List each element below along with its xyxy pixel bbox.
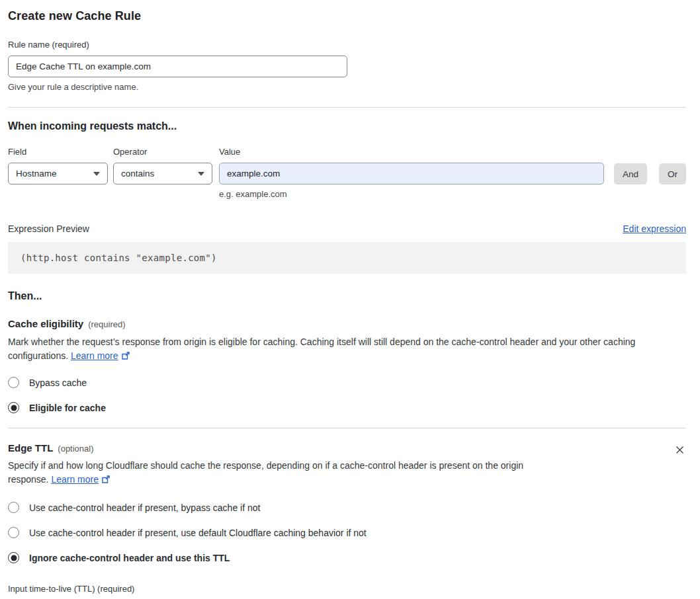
create-cache-rule-form: Create new Cache Rule Rule name (require… bbox=[0, 0, 700, 599]
match-labels-row: Field Operator Value bbox=[8, 147, 686, 157]
cache-eligibility-title: Cache eligibility bbox=[8, 318, 83, 329]
field-select-value: Hostname bbox=[16, 169, 57, 179]
then-heading: Then... bbox=[8, 290, 686, 302]
radio-option-use-header-bypass[interactable]: Use cache-control header if present, byp… bbox=[8, 502, 686, 513]
field-label: Field bbox=[8, 147, 108, 157]
and-button[interactable]: And bbox=[614, 163, 647, 184]
caret-down-icon bbox=[93, 172, 100, 176]
value-help: e.g. example.com bbox=[219, 189, 604, 199]
external-link-icon bbox=[121, 352, 130, 362]
rule-name-input[interactable] bbox=[8, 56, 347, 77]
edge-ttl-title: Edge TTL bbox=[8, 442, 53, 454]
divider bbox=[8, 428, 686, 428]
field-select[interactable]: Hostname bbox=[8, 163, 108, 184]
rule-name-help: Give your rule a descriptive name. bbox=[8, 82, 686, 92]
divider bbox=[8, 107, 686, 108]
edge-ttl-learn-more-link[interactable]: Learn more bbox=[51, 474, 99, 485]
radio-option-eligible-for-cache[interactable]: Eligible for cache bbox=[8, 402, 686, 413]
operator-select[interactable]: contains bbox=[113, 163, 212, 184]
radio-unselected-icon[interactable] bbox=[8, 527, 19, 538]
expression-preview-code: (http.host contains "example.com") bbox=[8, 242, 686, 274]
radio-selected-icon[interactable] bbox=[8, 552, 19, 563]
radio-selected-icon[interactable] bbox=[8, 402, 19, 413]
operator-label: Operator bbox=[113, 147, 212, 157]
edge-ttl-optional-tag: (optional) bbox=[58, 444, 93, 454]
radio-option-use-header-default[interactable]: Use cache-control header if present, use… bbox=[8, 527, 686, 538]
close-edge-ttl-button[interactable] bbox=[674, 444, 686, 456]
match-section-heading: When incoming requests match... bbox=[8, 120, 686, 132]
radio-unselected-icon[interactable] bbox=[8, 377, 19, 388]
expression-preview-label: Expression Preview bbox=[8, 223, 89, 234]
radio-unselected-icon[interactable] bbox=[8, 502, 19, 513]
radio-option-ignore-header-ttl[interactable]: Ignore cache-control header and use this… bbox=[8, 552, 686, 563]
page-title: Create new Cache Rule bbox=[8, 9, 686, 23]
value-label: Value bbox=[219, 147, 686, 157]
close-icon bbox=[675, 447, 685, 457]
rule-name-label: Rule name (required) bbox=[8, 40, 89, 50]
radio-option-bypass-cache[interactable]: Bypass cache bbox=[8, 377, 686, 388]
or-button[interactable]: Or bbox=[659, 163, 686, 184]
external-link-icon bbox=[101, 475, 110, 486]
operator-select-value: contains bbox=[121, 169, 154, 179]
match-controls-row: Hostname contains e.g. example.com And O… bbox=[8, 163, 686, 199]
ttl-label: Input time-to-live (TTL) (required) bbox=[8, 584, 134, 594]
value-input[interactable] bbox=[219, 163, 604, 184]
cache-eligibility-required-tag: (required) bbox=[88, 319, 125, 329]
cache-eligibility-learn-more-link[interactable]: Learn more bbox=[71, 350, 118, 361]
edit-expression-link[interactable]: Edit expression bbox=[623, 223, 686, 234]
caret-down-icon bbox=[198, 172, 204, 176]
